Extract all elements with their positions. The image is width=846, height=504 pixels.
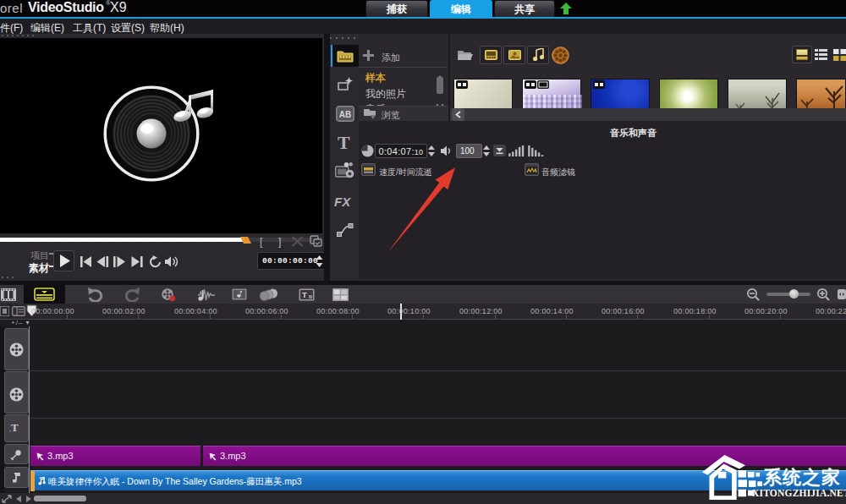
svg-text:T: T [302, 290, 307, 299]
svg-text:AB: AB [339, 110, 351, 119]
